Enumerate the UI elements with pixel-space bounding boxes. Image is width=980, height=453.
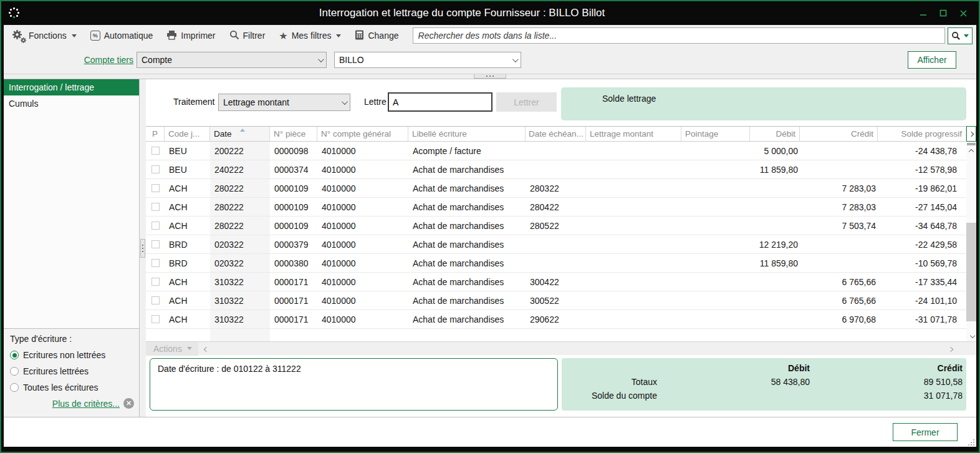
toolbar: Fonctions % Automatique Imprimer Filtrer… bbox=[4, 25, 976, 46]
dropdown-arrow-icon bbox=[336, 34, 341, 37]
table-row[interactable]: ACH28022200001094010000Achat de marchand… bbox=[146, 217, 966, 235]
row-checkbox[interactable] bbox=[151, 240, 160, 248]
column-header[interactable]: N° pièce bbox=[270, 127, 317, 141]
row-checkbox[interactable] bbox=[151, 259, 160, 267]
column-header[interactable]: Libellé écriture bbox=[408, 127, 526, 141]
table-row[interactable]: BRD02032200003794010000Achat de marchand… bbox=[146, 235, 966, 254]
search-button[interactable] bbox=[948, 27, 973, 44]
column-header[interactable]: Pointage bbox=[681, 127, 750, 141]
close-button[interactable] bbox=[956, 6, 970, 20]
totals-label: Totaux bbox=[572, 377, 657, 391]
column-header[interactable]: Date bbox=[210, 127, 270, 141]
cell-credit: 6 970,68 bbox=[800, 310, 878, 328]
column-header[interactable]: Lettrage montant bbox=[586, 127, 681, 141]
radio-button[interactable] bbox=[10, 351, 19, 359]
scrollbar-thumb[interactable] bbox=[966, 223, 976, 321]
minimize-button[interactable] bbox=[916, 6, 930, 20]
lettrer-button[interactable]: Lettrer bbox=[496, 92, 557, 112]
maximize-button[interactable] bbox=[936, 6, 950, 20]
cell-debit bbox=[750, 291, 800, 309]
account-type-select[interactable]: Compte bbox=[137, 52, 327, 68]
account-select[interactable]: BILLO bbox=[334, 52, 521, 68]
row-checkbox[interactable] bbox=[151, 222, 160, 230]
table-row[interactable]: ACH31032200001714010000Achat de marchand… bbox=[146, 291, 966, 310]
row-checkbox[interactable] bbox=[151, 315, 160, 323]
scroll-up-icon[interactable] bbox=[966, 147, 976, 156]
radio-label: Toutes les écritures bbox=[23, 382, 98, 392]
actions-button[interactable]: Actions bbox=[146, 342, 198, 356]
column-header[interactable]: Crédit bbox=[800, 127, 878, 141]
cell-debit: 11 859,80 bbox=[750, 160, 800, 178]
automatique-button[interactable]: % Automatique bbox=[90, 31, 153, 41]
splitter-handle[interactable] bbox=[140, 239, 145, 258]
scrollbar-split-handle[interactable] bbox=[967, 143, 976, 145]
row-checkbox[interactable] bbox=[151, 165, 160, 173]
imprimer-button[interactable]: Imprimer bbox=[166, 30, 215, 42]
cell-lettrage bbox=[586, 217, 681, 235]
search-input[interactable] bbox=[418, 31, 940, 41]
table-row[interactable]: BRD02032200003804010000Achat de marchand… bbox=[146, 254, 966, 273]
sidebar-item[interactable]: Interrogation / lettrage bbox=[4, 79, 139, 95]
table-row[interactable]: ACH28022200001094010000Achat de marchand… bbox=[146, 179, 966, 198]
cell-solde: -24 101,10 bbox=[878, 291, 966, 309]
mes-filtres-button[interactable]: ★ Mes filtres bbox=[279, 30, 341, 42]
radio-button[interactable] bbox=[10, 367, 19, 376]
column-header[interactable]: P bbox=[146, 127, 165, 141]
row-checkbox[interactable] bbox=[151, 203, 160, 211]
solde-compte-credit: 31 071,78 bbox=[810, 391, 963, 404]
ecriture-type-option[interactable]: Toutes les écritures bbox=[10, 382, 134, 392]
cell-code: BRD bbox=[165, 235, 210, 253]
column-header[interactable]: Code j... bbox=[165, 127, 210, 141]
totals-panel: Débit Crédit Totaux 58 438,80 89 510,58 … bbox=[562, 358, 966, 411]
filtrer-button[interactable]: Filtrer bbox=[229, 30, 266, 42]
ecriture-type-option[interactable]: Ecritures non lettrées bbox=[10, 350, 134, 360]
traitement-select[interactable]: Lettrage montant bbox=[218, 94, 350, 111]
table-row[interactable]: ACH31032200001714010000Achat de marchand… bbox=[146, 310, 966, 329]
vertical-scrollbar[interactable] bbox=[966, 126, 976, 341]
column-header[interactable]: Débit bbox=[750, 127, 800, 141]
row-checkbox[interactable] bbox=[151, 184, 160, 192]
scroll-right-icon[interactable] bbox=[949, 344, 953, 353]
table-row[interactable]: BEU20022200000984010000Acompte / facture… bbox=[146, 142, 966, 160]
plus-criteres-link[interactable]: Plus de critères... bbox=[52, 399, 120, 409]
horizontal-splitter[interactable] bbox=[4, 74, 976, 79]
fermer-button[interactable]: Fermer bbox=[893, 423, 958, 441]
radio-button[interactable] bbox=[10, 383, 19, 392]
cell-credit: 6 765,66 bbox=[800, 291, 878, 309]
lettre-input[interactable]: A bbox=[388, 92, 492, 112]
cell-solde: -31 071,78 bbox=[878, 310, 966, 328]
column-scroll-right-button[interactable] bbox=[966, 126, 976, 142]
fonctions-button[interactable]: Fonctions bbox=[12, 30, 77, 42]
scroll-down-icon[interactable] bbox=[966, 332, 976, 341]
cell-echeance: 290622 bbox=[526, 310, 586, 328]
change-button[interactable]: Change bbox=[355, 30, 398, 42]
column-header[interactable]: Date échéan... bbox=[526, 127, 586, 141]
row-checkbox[interactable] bbox=[151, 147, 160, 155]
sort-ascending-icon bbox=[240, 129, 245, 132]
sidebar-item[interactable]: Cumuls bbox=[4, 95, 139, 112]
cell-echeance: 280522 bbox=[526, 217, 586, 235]
compte-tiers-link[interactable]: Compte tiers bbox=[84, 55, 133, 65]
column-header[interactable]: Solde progressif bbox=[878, 127, 966, 141]
vertical-splitter[interactable] bbox=[140, 79, 146, 417]
row-checkbox[interactable] bbox=[151, 296, 160, 304]
window-title: Interrogation et lettrage du compte Four… bbox=[1, 7, 923, 19]
scrollbar-track[interactable] bbox=[966, 156, 976, 332]
cell-debit: 11 859,80 bbox=[750, 254, 800, 272]
afficher-button[interactable]: Afficher bbox=[908, 51, 956, 69]
column-header[interactable]: N° compte général bbox=[317, 127, 408, 141]
ecriture-type-option[interactable]: Ecritures lettrées bbox=[10, 366, 134, 376]
splitter-handle[interactable] bbox=[474, 74, 506, 79]
table-row[interactable]: BEU24022200003744010000Achat de marchand… bbox=[146, 160, 966, 179]
resize-grip-icon[interactable] bbox=[968, 439, 974, 446]
cell-libelle: Achat de marchandises bbox=[408, 235, 526, 253]
clear-criteria-icon[interactable]: ✕ bbox=[123, 398, 134, 409]
table-row[interactable]: ACH28022200001094010000Achat de marchand… bbox=[146, 198, 966, 217]
cell-piece: 0000098 bbox=[270, 142, 317, 160]
scroll-left-icon[interactable] bbox=[204, 344, 208, 353]
cell-credit: 7 283,03 bbox=[800, 179, 878, 197]
cell-echeance bbox=[526, 254, 586, 272]
row-checkbox[interactable] bbox=[151, 278, 160, 286]
table-row[interactable]: ACH31032200001714010000Achat de marchand… bbox=[146, 273, 966, 291]
search-field[interactable] bbox=[413, 27, 946, 44]
